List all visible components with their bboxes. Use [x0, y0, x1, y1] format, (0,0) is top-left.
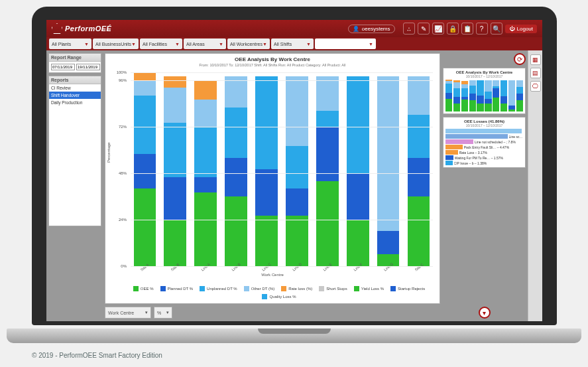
bar-segment	[255, 169, 277, 216]
chevron-down-icon: ▾	[145, 310, 148, 315]
filter-workcentre-group[interactable]: ▼	[315, 38, 376, 49]
bar-column[interactable]: Line D	[286, 72, 308, 266]
report-item[interactable]: Shift Handover	[49, 92, 101, 99]
filter-0[interactable]: All Plants▼	[49, 38, 91, 49]
legend-item[interactable]: Other DT (%)	[244, 286, 275, 291]
legend-item[interactable]: OEE %	[133, 286, 154, 291]
bar-segment	[134, 72, 156, 80]
bar-segment	[316, 181, 338, 266]
y-axis: Percentage 0%24%48%72%96%100%	[105, 72, 128, 266]
logout-icon: ⏻	[509, 26, 514, 32]
sitemap-icon[interactable]: ⛬	[403, 23, 415, 35]
tool-icon[interactable]: ✎	[418, 23, 430, 35]
rail-table-icon[interactable]: ▤	[530, 68, 541, 78]
bar-segment	[286, 146, 308, 188]
legend-item[interactable]: Unplanned DT %	[200, 286, 237, 291]
report-range-panel: Report Range	[48, 53, 101, 73]
sidebar: Report Range Reports CI ReviewShift Hand…	[46, 50, 103, 321]
bar-column[interactable]: Line E	[316, 72, 338, 266]
topbar: PerformOEÉ 👤 oeesystems ⛬ ✎ 📈 🔒 📋 ? 🔍 ⏻ …	[46, 20, 542, 37]
filter-5[interactable]: All Shifts▼	[271, 38, 314, 49]
mini-bar	[461, 81, 468, 111]
mini-chart-panel[interactable]: OEE Analysis By Work Centre 10/10/2017 –…	[443, 68, 526, 114]
mini-chart-sub: 10/10/2017 – 12/10/2017	[445, 74, 523, 78]
loss-row[interactable]: Line scheduled off – 19.09%	[445, 134, 523, 139]
loss-row[interactable]: Waiting For PM To Re… – 1.57%	[445, 155, 523, 160]
rail-chart-icon[interactable]: ▦	[530, 54, 541, 65]
report-item[interactable]: Daily Production	[49, 99, 101, 106]
bar-column[interactable]: Line B	[225, 72, 247, 266]
bottom-controls: Work Centre ▾ % ▾	[105, 307, 440, 319]
bar-column[interactable]: Line F	[347, 72, 369, 266]
legend-item[interactable]: Yield Loss %	[354, 286, 384, 291]
main-area: Report Range Reports CI ReviewShift Hand…	[46, 50, 542, 321]
user-badge[interactable]: 👤 oeesystems	[348, 25, 395, 33]
collapse-button[interactable]: ▾	[479, 307, 491, 319]
bar-segment	[286, 188, 308, 216]
copyright-label: © 2019 - PerformOEE Smart Factory Editio…	[32, 352, 162, 359]
filter-2[interactable]: All Facilities▼	[140, 38, 182, 49]
chart-icon[interactable]: 📈	[432, 23, 444, 35]
gridline	[131, 173, 433, 174]
main-chart-panel: OEE Analysis By Work Centre From: 10/10/…	[105, 53, 440, 304]
refresh-button[interactable]: ⟳	[514, 53, 526, 65]
mini-bar	[469, 80, 476, 111]
losses-panel[interactable]: OEE Losses (41.86%) 10/10/2017 – 12/10/2…	[443, 117, 526, 168]
report-item[interactable]: CI Review	[49, 84, 101, 92]
bar-segment	[164, 88, 186, 123]
help-icon[interactable]: ?	[476, 23, 488, 35]
lock-icon[interactable]: 🔒	[447, 23, 459, 35]
bar-segment	[164, 76, 186, 88]
gridline	[131, 72, 433, 73]
gridline	[131, 80, 433, 81]
bar-column[interactable]: Line A	[194, 72, 216, 266]
right-column: ⟳ OEE Analysis By Work Centre 10/10/2017…	[443, 50, 528, 321]
bar-segment	[408, 158, 430, 196]
bar-segment	[286, 76, 308, 146]
bar-segment	[194, 100, 216, 127]
mini-bar	[453, 80, 460, 111]
bar-column[interactable]: Site A	[134, 72, 156, 266]
bar-column[interactable]: Line G	[377, 72, 399, 266]
filter-4[interactable]: All Workcentres▼	[227, 38, 270, 49]
loss-row[interactable]: Line not scheduled – ; 7.8%	[445, 139, 523, 144]
y-tick: 100%	[117, 70, 127, 74]
laptop-frame: PerformOEÉ 👤 oeesystems ⛬ ✎ 📈 🔒 📋 ? 🔍 ⏻ …	[32, 7, 557, 325]
bar-column[interactable]: Line C	[255, 72, 277, 266]
legend-item[interactable]: Planned DT %	[160, 286, 194, 291]
legend-item[interactable]: Startup Rejects	[390, 286, 425, 291]
legend-item[interactable]: Rate loss (%)	[281, 286, 312, 291]
loss-row[interactable]: CIP Issue – b – 1.38%	[445, 161, 523, 165]
right-icon-rail: ▦ ▤ 🖵	[528, 50, 542, 321]
bar-column[interactable]: Site B	[164, 72, 186, 266]
y-axis-label: Percentage	[107, 142, 111, 163]
legend-item[interactable]: Quality Loss %	[262, 294, 296, 299]
gridline	[131, 220, 433, 220]
bar-segment	[134, 96, 156, 154]
bar-segment	[408, 115, 430, 157]
loss-row[interactable]: Rate Loss – 3.17%	[445, 150, 523, 155]
clipboard-icon[interactable]: 📋	[461, 23, 473, 35]
rail-screen-icon[interactable]: 🖵	[530, 81, 541, 92]
date-from-input[interactable]	[51, 64, 75, 70]
filter-1[interactable]: All BusinessUnits▼	[93, 38, 139, 49]
logout-button[interactable]: ⏻ Logout	[505, 25, 537, 33]
date-to-input[interactable]	[76, 64, 100, 70]
bar-segment	[134, 188, 156, 266]
gridline	[131, 266, 433, 267]
filter-3[interactable]: All Areas▼	[184, 38, 226, 49]
bar-segment	[316, 111, 338, 126]
bar-segment	[255, 216, 277, 266]
legend-item[interactable]: Short Stops	[319, 286, 347, 291]
bar-segment	[408, 76, 430, 115]
bar-column[interactable]: Site C	[408, 72, 430, 266]
bar-segment	[225, 76, 247, 108]
pct-dropdown[interactable]: % ▾	[154, 307, 172, 319]
bar-segment	[225, 108, 247, 158]
mini-bar	[508, 80, 515, 111]
workcentre-dropdown[interactable]: Work Centre ▾	[105, 307, 151, 319]
loss-row[interactable]: Pack Entry Fault Sli… – 4.47%	[445, 145, 523, 149]
loss-row[interactable]: Line Not Scheduled – 24.78%	[445, 129, 523, 133]
search-icon[interactable]: 🔍	[491, 23, 502, 35]
user-name: oeesystems	[362, 26, 390, 32]
